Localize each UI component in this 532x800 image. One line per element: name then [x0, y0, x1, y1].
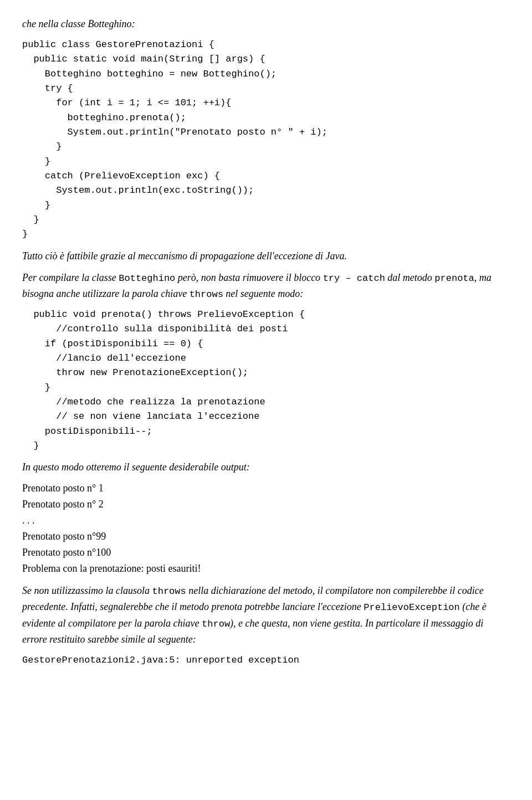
output-line-99: Prenotato posto n°99 [22, 529, 510, 544]
para2-part1: Per compilare la classe [22, 272, 119, 283]
page-content: che nella classe Botteghino: public clas… [22, 17, 510, 668]
paragraph-propagation-text: Tutto ciò è fattibile grazie al meccanis… [22, 250, 347, 261]
output-line-problem: Problema con la prenotazione: posti esau… [22, 561, 510, 576]
para2-prenota: prenota [434, 273, 474, 284]
paragraph-se-non: Se non utilizzassimo la clausola throws … [22, 583, 510, 647]
output-line-1: Prenotato posto n° 1 [22, 481, 510, 496]
code-block-error: GestorePrenotazioni2.java:5: unreported … [22, 653, 510, 668]
output-line-2: Prenotato posto n° 2 [22, 497, 510, 512]
para2-try-catch: try – catch [323, 273, 385, 284]
output-line-100: Prenotato posto n°100 [22, 545, 510, 560]
para2-part2: però, non basta rimuovere il blocco [175, 272, 323, 283]
code-block-class: public class GestorePrenotazioni { publi… [22, 38, 510, 242]
paragraph-propagation: Tutto ciò è fattibile grazie al meccanis… [22, 249, 510, 264]
para4-throws: throws [152, 586, 186, 597]
para2-botteghino: Botteghino [119, 273, 175, 284]
output-line-ellipsis: . . . [22, 513, 510, 528]
intro-italic-text: che nella classe Botteghino: [22, 18, 135, 29]
intro-line: che nella classe Botteghino: [22, 17, 510, 32]
para2-throws: throws [190, 289, 223, 300]
para2-part5: nel seguente modo: [223, 288, 303, 299]
code-block-method: public void prenota() throws PrelievoExc… [22, 307, 510, 453]
paragraph-output-intro: In questo modo otteremo il seguente desi… [22, 460, 510, 475]
paragraph-compilare: Per compilare la classe Botteghino però,… [22, 270, 510, 302]
para2-part3: dal metodo [385, 272, 435, 283]
para4-part1: Se non utilizzassimo la clausola [22, 585, 152, 596]
para4-throw: throw [202, 619, 230, 629]
output-intro-text: In questo modo otteremo il seguente desi… [22, 461, 250, 473]
para4-prelievo: PrelievoException [364, 602, 459, 613]
